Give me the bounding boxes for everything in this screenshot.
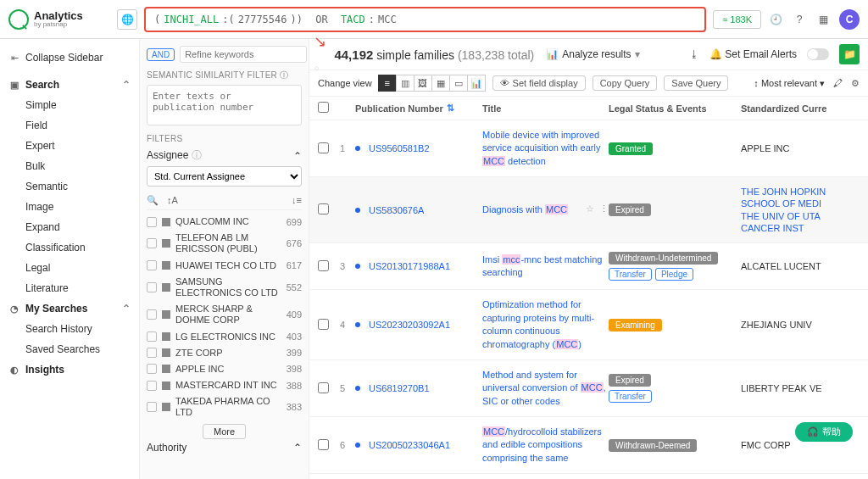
publication-link[interactable]: US5830676A bbox=[369, 205, 424, 215]
title-link[interactable]: MCC/hydrocolloid stabilizers and edible … bbox=[482, 426, 602, 463]
checkbox[interactable] bbox=[147, 217, 157, 227]
publication-link[interactable]: US20130171988A1 bbox=[369, 261, 450, 271]
copy-query-button[interactable]: Copy Query bbox=[593, 75, 658, 91]
checkbox[interactable] bbox=[147, 381, 157, 391]
title-link[interactable]: Diagnosis with MCC bbox=[482, 204, 568, 214]
assignee-link[interactable]: ZHEJIANG UNIV bbox=[741, 319, 860, 331]
sidebar-item-saved-searches[interactable]: Saved Searches bbox=[5, 339, 134, 359]
assignee-item[interactable]: TAKEDA PHARMA CO LTD383 bbox=[147, 393, 302, 421]
checkbox[interactable] bbox=[147, 331, 157, 342]
row-checkbox[interactable] bbox=[318, 260, 329, 271]
sidebar-item-search-history[interactable]: Search History bbox=[5, 319, 134, 339]
table-row[interactable]: 1US9560581B2Mobile device with improved … bbox=[309, 120, 868, 177]
checkbox[interactable] bbox=[147, 260, 157, 270]
sidebar-section-insights[interactable]: ◐ Insights bbox=[5, 359, 134, 380]
checkbox[interactable] bbox=[147, 364, 157, 374]
title-link[interactable]: Optimization method for capturing protei… bbox=[482, 299, 594, 348]
more-button[interactable]: More bbox=[203, 424, 246, 439]
export-icon[interactable]: ⭳ bbox=[689, 48, 699, 60]
sidebar-item-semantic[interactable]: Semantic bbox=[5, 176, 134, 197]
sidebar-item-legal[interactable]: Legal bbox=[5, 258, 134, 278]
checkbox[interactable] bbox=[147, 348, 157, 358]
col-status[interactable]: Legal Status & Events bbox=[609, 103, 741, 114]
sidebar-section-search[interactable]: ▣ Search ⌃ bbox=[5, 75, 134, 95]
view-cards-button[interactable]: ▥ bbox=[396, 75, 415, 92]
gear-icon[interactable]: ⚙ bbox=[851, 78, 860, 89]
sidebar-section-mysearches[interactable]: ◔ My Searches ⌃ bbox=[5, 298, 134, 319]
sort-dropdown[interactable]: ↕ Most relevant ▾ bbox=[754, 78, 825, 89]
view-grid-button[interactable]: ▦ bbox=[431, 75, 450, 92]
title-link[interactable]: Mobile device with improved service acqu… bbox=[482, 130, 600, 166]
select-all-checkbox[interactable] bbox=[318, 102, 329, 113]
set-email-alerts-button[interactable]: 🔔 Set Email Alerts bbox=[709, 48, 797, 60]
star-icon[interactable]: ☆ bbox=[586, 203, 594, 214]
toggle-switch[interactable] bbox=[807, 48, 829, 60]
assignee-item[interactable]: QUALCOMM INC699 bbox=[147, 214, 302, 230]
sort-icon[interactable]: ⇅ bbox=[447, 103, 454, 114]
row-checkbox[interactable] bbox=[318, 382, 329, 393]
assignee-link[interactable]: APPLE INC bbox=[741, 142, 860, 154]
assignee-category-select[interactable]: Std. Current Assignee bbox=[147, 166, 302, 187]
clock-icon[interactable]: 🕘 bbox=[768, 12, 783, 27]
sidebar-item-expand[interactable]: Expand bbox=[5, 217, 134, 237]
result-count-pill[interactable]: ≈ 183K bbox=[713, 10, 761, 29]
row-checkbox[interactable] bbox=[318, 203, 329, 214]
publication-link[interactable]: US20230203092A1 bbox=[369, 320, 450, 330]
checkbox[interactable] bbox=[147, 309, 157, 320]
view-detail-button[interactable]: ▭ bbox=[449, 75, 468, 92]
col-publication[interactable]: Publication Number bbox=[355, 103, 443, 114]
help-pill[interactable]: 🎧 帮助 bbox=[795, 422, 853, 442]
filter-authority-header[interactable]: Authority ⌃ bbox=[147, 442, 302, 454]
publication-link[interactable]: US6819270B1 bbox=[369, 383, 430, 393]
globe-icon[interactable]: 🌐 bbox=[117, 9, 137, 30]
table-row[interactable]: US5830676ADiagnosis with MCC☆⋮ExpiredTHE… bbox=[309, 177, 868, 243]
assignee-item[interactable]: TELEFON AB LM ERICSSON (PUBL)676 bbox=[147, 230, 302, 257]
view-list-button[interactable]: ≡ bbox=[378, 75, 397, 92]
checkbox[interactable] bbox=[147, 402, 157, 412]
sidebar-item-bulk[interactable]: Bulk bbox=[5, 156, 134, 176]
filter-assignee-header[interactable]: Assignee ⓘ ⌃ bbox=[147, 148, 302, 163]
publication-link[interactable]: US9560581B2 bbox=[369, 143, 430, 153]
assignee-item[interactable]: SAMSUNG ELECTRONICS CO LTD552 bbox=[147, 274, 302, 301]
title-link[interactable]: Imsi mcc-mnc best matching searching bbox=[482, 254, 602, 277]
table-row[interactable]: 6US20050233046A1MCC/hydrocolloid stabili… bbox=[309, 417, 868, 474]
apps-icon[interactable]: ▦ bbox=[815, 12, 831, 27]
sort-icon[interactable]: ↕A bbox=[167, 195, 178, 206]
publication-link[interactable]: US20050233046A1 bbox=[369, 440, 450, 450]
more-icon[interactable]: ⋮ bbox=[599, 203, 609, 214]
table-row[interactable]: 4US20230203092A1Optimization method for … bbox=[309, 290, 868, 360]
and-operator-pill[interactable]: AND bbox=[147, 48, 175, 61]
col-title[interactable]: Title bbox=[482, 103, 609, 114]
sidebar-item-field[interactable]: Field bbox=[5, 115, 134, 136]
collapse-sidebar-button[interactable]: ⇤ Collapse Sidebar bbox=[5, 47, 134, 68]
search-query-input[interactable]: ( INCHI_ALL :(27775546)) OR TACD :MCC bbox=[144, 7, 706, 32]
assignee-item[interactable]: LG ELECTRONICS INC403 bbox=[147, 329, 302, 345]
assignee-link[interactable]: THE JOHN HOPKIN SCHOOL OF MEDI THE UNIV … bbox=[741, 186, 860, 234]
brand-logo[interactable]: Analytics by patsnap bbox=[8, 9, 110, 30]
refine-keywords-input[interactable] bbox=[180, 46, 307, 63]
table-row[interactable]: 5US6819270B1Method and system for univer… bbox=[309, 360, 868, 417]
search-icon[interactable]: 🔍 bbox=[147, 195, 159, 206]
table-row[interactable]: 3US20130171988A1Imsi mcc-mnc best matchi… bbox=[309, 243, 868, 290]
highlight-icon[interactable]: 🖍 bbox=[833, 78, 843, 88]
view-chart-button[interactable]: 📊 bbox=[467, 75, 486, 92]
semantic-filter-input[interactable] bbox=[147, 85, 302, 125]
col-assignee[interactable]: Standardized Curre bbox=[741, 103, 860, 114]
row-checkbox[interactable] bbox=[318, 319, 329, 330]
assignee-item[interactable]: MERCK SHARP & DOHME CORP409 bbox=[147, 301, 302, 328]
assignee-item[interactable]: HUAWEI TECH CO LTD617 bbox=[147, 258, 302, 274]
sort-count-icon[interactable]: ↓≡ bbox=[292, 195, 302, 206]
sidebar-item-classification[interactable]: Classification bbox=[5, 237, 134, 258]
checkbox-corner[interactable]: ○ bbox=[314, 64, 319, 72]
assignee-item[interactable]: APPLE INC398 bbox=[147, 361, 302, 377]
analyze-results-button[interactable]: 📊 Analyze results ▾ bbox=[546, 48, 639, 60]
sidebar-item-expert[interactable]: Expert bbox=[5, 136, 134, 156]
sidebar-item-simple[interactable]: Simple bbox=[5, 95, 134, 115]
checkbox[interactable] bbox=[147, 238, 157, 248]
avatar[interactable]: C bbox=[839, 9, 860, 30]
info-icon[interactable]: ⓘ bbox=[280, 70, 288, 80]
assignee-item[interactable]: MASTERCARD INT INC388 bbox=[147, 377, 302, 393]
row-checkbox[interactable] bbox=[318, 142, 329, 153]
checkbox[interactable] bbox=[147, 282, 157, 292]
assignee-link[interactable]: ALCATEL LUCENT bbox=[741, 260, 860, 272]
